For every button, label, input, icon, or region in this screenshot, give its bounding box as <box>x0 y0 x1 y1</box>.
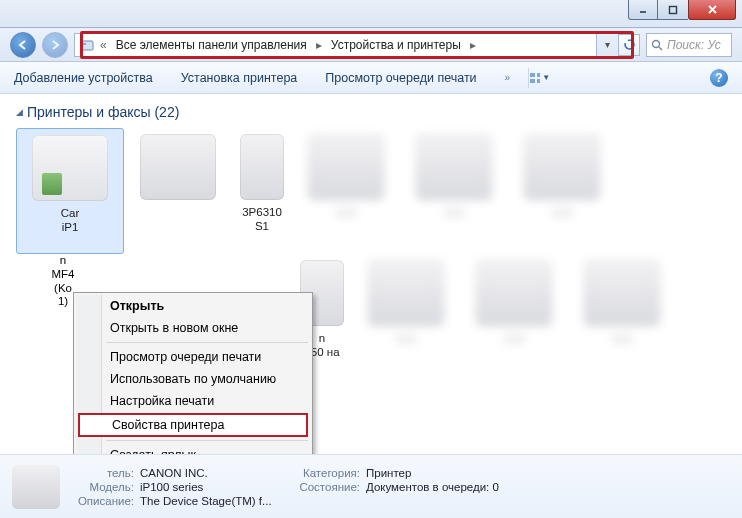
svg-rect-9 <box>537 73 540 77</box>
ctx-set-default[interactable]: Использовать по умолчанию <box>76 368 310 390</box>
printer-icon <box>368 260 444 326</box>
details-maker-value: CANON INC. <box>140 467 290 479</box>
printer-item-selected[interactable]: Car iP1 <box>16 128 124 254</box>
svg-rect-1 <box>670 6 677 13</box>
printer-item-blurred[interactable]: xxxx <box>460 254 568 380</box>
breadcrumb-item-control-panel[interactable]: Все элементы панели управления <box>112 36 311 54</box>
breadcrumb[interactable]: « Все элементы панели управления ▸ Устро… <box>74 33 597 57</box>
view-queue-button[interactable]: Просмотр очереди печати <box>325 71 476 85</box>
window-buttons <box>628 0 736 20</box>
breadcrumb-sep-icon[interactable]: ▸ <box>468 38 478 52</box>
printer-icon <box>584 260 660 326</box>
printer-icon <box>240 134 284 200</box>
details-status-value: Документов в очереди: 0 <box>366 481 516 493</box>
breadcrumb-item-devices[interactable]: Устройства и принтеры <box>327 36 465 54</box>
svg-rect-4 <box>81 41 93 50</box>
printer-icon <box>32 135 108 201</box>
ctx-open-new-window[interactable]: Открыть в новом окне <box>76 317 310 339</box>
refresh-icon <box>623 38 636 51</box>
printer-item[interactable]: 3P6310 S1 <box>232 128 292 254</box>
printer-icon <box>524 134 600 200</box>
svg-rect-8 <box>530 73 535 77</box>
details-pane: тель: CANON INC. Категория: Принтер Моде… <box>0 454 742 518</box>
section-header[interactable]: ◢ Принтеры и факсы (22) <box>16 104 726 120</box>
ctx-open[interactable]: Открыть <box>76 295 310 317</box>
view-options-button[interactable]: ▼ <box>528 68 550 88</box>
ctx-separator <box>106 342 308 343</box>
arrow-right-icon <box>49 39 61 51</box>
printer-item-blurred[interactable]: xxxx <box>400 128 508 254</box>
maximize-button[interactable] <box>658 0 688 20</box>
details-desc-value: The Device Stage(TM) f... <box>140 495 290 507</box>
ctx-print-preferences[interactable]: Настройка печати <box>76 390 310 412</box>
printer-item-blurred[interactable]: xxxx <box>292 128 400 254</box>
printer-icon <box>476 260 552 326</box>
title-bar <box>0 0 742 28</box>
printer-item-blurred[interactable]: xxxx <box>352 254 460 380</box>
help-button[interactable]: ? <box>710 69 728 87</box>
ctx-view-queue[interactable]: Просмотр очереди печати <box>76 346 310 368</box>
arrow-left-icon <box>17 39 29 51</box>
details-desc-key: Описание: <box>74 495 140 507</box>
svg-rect-10 <box>530 79 535 83</box>
add-device-button[interactable]: Добавление устройства <box>14 71 153 85</box>
printer-label: Car iP1 <box>61 207 80 235</box>
back-button[interactable] <box>10 32 36 58</box>
search-placeholder: Поиск: Ус <box>667 38 721 52</box>
details-device-icon <box>12 465 60 509</box>
breadcrumb-chevrons[interactable]: « <box>98 38 109 52</box>
svg-rect-5 <box>83 43 86 45</box>
forward-button[interactable] <box>42 32 68 58</box>
add-printer-button[interactable]: Установка принтера <box>181 71 298 85</box>
printer-item-blurred[interactable]: xxxx <box>568 254 676 380</box>
device-grid: Car iP1 3P6310 S1 xxxx xxxx xxxx <box>16 128 726 254</box>
search-icon <box>651 39 663 51</box>
command-bar: Добавление устройства Установка принтера… <box>0 62 742 94</box>
details-category-value: Принтер <box>366 467 516 479</box>
breadcrumb-sep-icon[interactable]: ▸ <box>314 38 324 52</box>
printer-icon <box>140 134 216 200</box>
details-model-key: Модель: <box>74 481 140 493</box>
toolbar-overflow-icon[interactable]: » <box>505 72 511 83</box>
minimize-button[interactable] <box>628 0 658 20</box>
content-area: ◢ Принтеры и факсы (22) Car iP1 3P6310 S… <box>0 94 742 518</box>
svg-line-7 <box>659 47 662 50</box>
printer-item[interactable] <box>124 128 232 254</box>
details-category-key: Категория: <box>290 467 366 479</box>
details-maker-key: тель: <box>74 467 140 479</box>
printer-icon <box>416 134 492 200</box>
svg-point-6 <box>653 40 660 47</box>
search-input[interactable]: Поиск: Ус <box>646 33 732 57</box>
details-status-key: Состояние: <box>290 481 366 493</box>
refresh-button[interactable] <box>618 34 640 56</box>
control-panel-icon <box>79 37 95 53</box>
details-model-value: iP100 series <box>140 481 290 493</box>
ctx-printer-properties[interactable]: Свойства принтера <box>78 413 308 437</box>
collapse-icon: ◢ <box>16 107 23 117</box>
printer-label: 3P6310 S1 <box>242 206 282 234</box>
breadcrumb-dropdown-icon[interactable]: ▾ <box>603 39 612 50</box>
svg-rect-11 <box>537 79 540 83</box>
printer-item-blurred[interactable]: xxxx <box>508 128 616 254</box>
section-title: Принтеры и факсы (22) <box>27 104 179 120</box>
navigation-bar: « Все элементы панели управления ▸ Устро… <box>0 28 742 62</box>
ctx-separator <box>106 440 308 441</box>
close-button[interactable] <box>688 0 736 20</box>
printer-icon <box>308 134 384 200</box>
